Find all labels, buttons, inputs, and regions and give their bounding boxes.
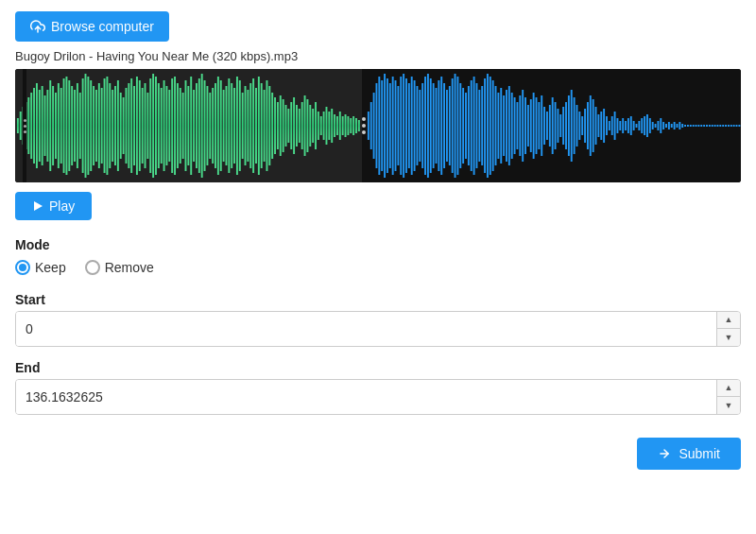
start-input[interactable] [16, 312, 716, 346]
svg-rect-252 [703, 125, 705, 127]
end-increment-button[interactable]: ▲ [717, 380, 740, 397]
svg-rect-163 [462, 88, 464, 164]
svg-rect-259 [722, 125, 724, 127]
svg-rect-100 [285, 105, 287, 146]
svg-rect-213 [597, 114, 599, 137]
svg-rect-5 [27, 97, 29, 154]
svg-rect-251 [700, 125, 702, 127]
svg-rect-14 [52, 86, 54, 165]
svg-rect-132 [378, 77, 380, 175]
browse-computer-button[interactable]: Browse computer [15, 11, 169, 42]
svg-rect-85 [245, 86, 247, 165]
waveform-display[interactable] [15, 69, 741, 182]
svg-rect-157 [446, 90, 448, 162]
svg-rect-223 [625, 121, 627, 130]
svg-rect-29 [93, 86, 94, 165]
waveform-selected-region [15, 69, 362, 182]
svg-rect-244 [681, 124, 683, 128]
start-decrement-button[interactable]: ▼ [717, 329, 740, 346]
svg-rect-263 [732, 125, 734, 127]
svg-rect-156 [443, 83, 445, 168]
svg-rect-253 [706, 125, 708, 127]
svg-rect-170 [481, 86, 483, 165]
start-spinner: ▲ ▼ [716, 312, 740, 346]
end-decrement-button[interactable]: ▼ [717, 397, 740, 414]
svg-rect-48 [145, 83, 146, 168]
left-trim-handle[interactable] [23, 69, 26, 182]
svg-rect-102 [290, 102, 292, 149]
svg-rect-2 [20, 112, 22, 140]
svg-rect-83 [239, 80, 241, 171]
svg-rect-233 [651, 122, 653, 129]
mode-remove-label: Remove [105, 260, 154, 275]
end-input-wrapper: ▲ ▼ [15, 379, 741, 415]
svg-rect-180 [508, 86, 510, 165]
svg-rect-38 [117, 80, 119, 171]
svg-rect-245 [684, 125, 686, 127]
svg-rect-172 [487, 74, 489, 178]
svg-rect-12 [46, 90, 48, 162]
svg-rect-80 [231, 83, 232, 168]
svg-rect-133 [381, 80, 383, 171]
svg-rect-148 [421, 83, 423, 168]
svg-rect-125 [352, 116, 354, 135]
browse-button-label: Browse computer [51, 19, 154, 34]
svg-rect-239 [668, 122, 670, 129]
svg-rect-138 [394, 80, 396, 171]
mode-keep-radio[interactable] [15, 260, 30, 275]
svg-rect-108 [306, 99, 308, 152]
waveform-divider[interactable] [362, 69, 366, 182]
end-label: End [15, 360, 741, 375]
svg-rect-8 [36, 83, 38, 168]
svg-rect-227 [635, 124, 637, 128]
start-label: Start [15, 292, 741, 307]
svg-rect-37 [114, 86, 116, 165]
svg-rect-13 [49, 80, 51, 171]
svg-rect-127 [358, 120, 360, 131]
svg-rect-131 [375, 83, 377, 168]
svg-rect-10 [42, 86, 43, 165]
svg-rect-142 [405, 78, 407, 173]
svg-rect-141 [403, 74, 404, 178]
start-input-wrapper: ▲ ▼ [15, 311, 741, 347]
svg-rect-206 [578, 112, 580, 140]
svg-rect-207 [581, 116, 583, 135]
start-increment-button[interactable]: ▲ [717, 312, 740, 329]
svg-rect-75 [217, 77, 219, 175]
svg-rect-30 [95, 90, 97, 162]
svg-rect-109 [309, 105, 311, 146]
play-button-label: Play [49, 198, 75, 214]
end-section: End ▲ ▼ [15, 360, 741, 415]
svg-rect-140 [400, 77, 402, 175]
svg-rect-53 [158, 83, 160, 168]
svg-rect-19 [65, 77, 67, 175]
svg-rect-61 [180, 88, 181, 164]
svg-rect-39 [120, 93, 122, 159]
svg-rect-218 [610, 116, 612, 135]
svg-rect-52 [155, 77, 157, 175]
svg-rect-222 [622, 118, 624, 133]
divider-dot [362, 117, 366, 121]
svg-rect-54 [161, 88, 163, 164]
end-input[interactable] [16, 380, 716, 414]
svg-rect-21 [71, 86, 73, 165]
submit-button[interactable]: Submit [637, 438, 741, 470]
svg-rect-91 [261, 83, 263, 168]
mode-remove-radio[interactable] [85, 260, 100, 275]
svg-rect-20 [68, 80, 70, 171]
svg-marker-266 [34, 201, 43, 211]
play-button[interactable]: Play [15, 192, 92, 220]
svg-rect-34 [106, 77, 108, 175]
svg-rect-71 [206, 86, 208, 165]
svg-rect-200 [562, 107, 564, 145]
mode-remove-option[interactable]: Remove [85, 260, 154, 275]
mode-keep-option[interactable]: Keep [15, 260, 66, 275]
svg-rect-15 [55, 93, 57, 159]
svg-rect-159 [451, 78, 453, 173]
svg-rect-246 [687, 125, 689, 127]
svg-rect-152 [432, 83, 434, 168]
svg-rect-229 [641, 118, 643, 133]
svg-rect-90 [258, 77, 260, 175]
svg-rect-189 [532, 93, 534, 159]
svg-rect-186 [524, 97, 526, 154]
